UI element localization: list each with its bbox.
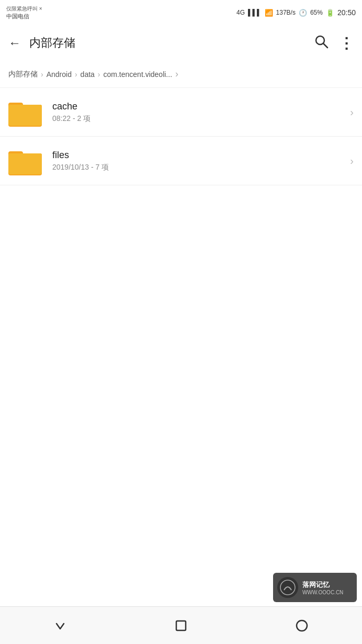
file-meta-files: 2019/10/13 - 7 项 — [52, 163, 350, 172]
battery-percent: 65% — [310, 9, 323, 16]
nav-recent-button[interactable] — [287, 611, 316, 640]
breadcrumb-sep-1: › — [75, 70, 77, 79]
breadcrumb-item-2[interactable]: data — [81, 70, 95, 79]
svg-rect-5 — [8, 105, 42, 125]
time-display: 20:50 — [337, 8, 356, 17]
watermark-url: WWW.OOOC.CN — [302, 590, 343, 595]
network-type-label: 4G — [236, 9, 245, 16]
watermark: 落网记忆 WWW.OOOC.CN — [273, 573, 357, 602]
nav-home-button[interactable] — [166, 611, 196, 640]
status-icons: 4G ▌▌▌ 📶 137B/s 🕐 65% 🔋 20:50 — [236, 8, 356, 17]
carrier-info: 仅限紧急呼叫 × 中国电信 — [6, 5, 42, 20]
file-meta-cache: 08:22 - 2 项 — [52, 114, 350, 124]
chevron-right-icon-cache: › — [350, 106, 354, 118]
search-icon[interactable] — [314, 34, 329, 52]
file-name-files: files — [52, 150, 350, 161]
breadcrumb-item-1[interactable]: Android — [47, 70, 72, 79]
file-info-cache: cache 08:22 - 2 项 — [52, 101, 350, 124]
back-button[interactable]: ← — [8, 36, 21, 50]
watermark-text: 落网记忆 WWW.OOOC.CN — [302, 580, 343, 595]
bottom-nav — [0, 606, 362, 644]
emergency-label: 仅限紧急呼叫 × — [6, 5, 42, 13]
carrier-name: 中国电信 — [6, 13, 42, 20]
folder-icon-files — [8, 146, 42, 175]
svg-rect-11 — [176, 621, 186, 630]
file-item-files[interactable]: files 2019/10/13 - 7 项 › — [0, 137, 362, 185]
svg-rect-9 — [8, 153, 42, 173]
svg-point-12 — [297, 620, 307, 631]
file-item-cache[interactable]: cache 08:22 - 2 项 › — [0, 88, 362, 137]
watermark-name: 落网记忆 — [302, 580, 343, 590]
wifi-icon: 📶 — [265, 9, 273, 17]
file-name-cache: cache — [52, 101, 350, 112]
page-title: 内部存储 — [29, 35, 314, 51]
app-bar: ← 内部存储 ⋮ — [0, 25, 362, 61]
status-bar: 仅限紧急呼叫 × 中国电信 4G ▌▌▌ 📶 137B/s 🕐 65% 🔋 20… — [0, 0, 362, 25]
breadcrumb-sep-0: › — [41, 70, 43, 79]
toolbar-icons: ⋮ — [314, 34, 354, 52]
breadcrumb-item-0[interactable]: 内部存储 — [8, 70, 38, 79]
svg-line-1 — [323, 43, 327, 48]
file-list: cache 08:22 - 2 项 › files 2019/10/13 - 7… — [0, 88, 362, 185]
network-speed: 137B/s — [276, 9, 296, 16]
breadcrumb-more-icon: › — [175, 69, 178, 80]
signal-icon: ▌▌▌ — [248, 9, 262, 16]
folder-icon-cache — [8, 97, 42, 127]
more-options-icon[interactable]: ⋮ — [339, 35, 354, 52]
watermark-logo — [277, 577, 298, 598]
breadcrumb: 内部存储 › Android › data › com.tencent.vide… — [0, 61, 362, 88]
breadcrumb-item-3[interactable]: com.tencent.videoli... — [104, 70, 173, 79]
breadcrumb-sep-2: › — [98, 70, 100, 79]
chevron-right-icon-files: › — [350, 155, 354, 167]
alarm-icon: 🕐 — [299, 9, 307, 17]
file-info-files: files 2019/10/13 - 7 项 — [52, 150, 350, 172]
nav-back-button[interactable] — [46, 611, 75, 640]
battery-icon: 🔋 — [326, 9, 334, 17]
